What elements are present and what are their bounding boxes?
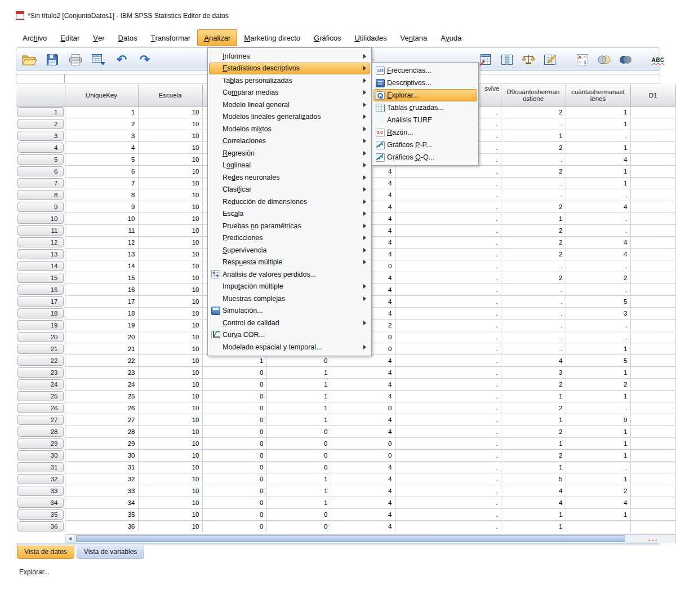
data-cell[interactable]: 16 bbox=[65, 283, 138, 295]
menu-item-imputacion-multiple[interactable]: Imputación múltiple bbox=[209, 281, 370, 293]
data-cell[interactable]: 0 bbox=[266, 354, 331, 366]
data-cell[interactable]: 5 bbox=[501, 473, 566, 485]
variables-button[interactable] bbox=[499, 51, 515, 68]
data-cell[interactable]: 4 bbox=[566, 497, 630, 508]
data-cell[interactable]: 10 bbox=[138, 283, 202, 295]
data-cell[interactable]: 10 bbox=[138, 201, 202, 212]
menu-graficos[interactable]: Gráficos bbox=[307, 29, 348, 46]
data-cell[interactable]: . bbox=[395, 201, 501, 212]
data-cell[interactable]: 0 bbox=[266, 426, 331, 437]
data-cell[interactable]: 0 bbox=[331, 437, 395, 449]
data-cell[interactable]: 31 bbox=[65, 461, 138, 473]
undo-button[interactable]: ↶ bbox=[113, 51, 130, 68]
data-cell[interactable]: 1 bbox=[501, 414, 566, 426]
data-cell[interactable]: 10 bbox=[138, 378, 202, 390]
data-cell[interactable]: 13 bbox=[65, 248, 138, 260]
data-cell[interactable]: 2 bbox=[65, 118, 138, 130]
menu-item-predicciones[interactable]: Predicciones bbox=[209, 232, 370, 245]
data-cell[interactable]: 10 bbox=[138, 426, 202, 437]
menu-editar[interactable]: Editar bbox=[54, 29, 86, 46]
data-cell[interactable]: 0 bbox=[202, 520, 266, 532]
data-cell[interactable]: 1 bbox=[266, 390, 331, 402]
menu-item-modelos-mixtos[interactable]: Modelos mixtos bbox=[209, 123, 370, 135]
data-cell[interactable]: 10 bbox=[138, 390, 202, 402]
data-cell[interactable]: 4 bbox=[331, 473, 395, 485]
submenu-item-graficos-qq[interactable]: Gráficos Q-Q... bbox=[373, 151, 477, 163]
data-cell[interactable]: 1 bbox=[266, 366, 331, 378]
data-cell[interactable]: 0 bbox=[266, 508, 331, 520]
data-cell[interactable]: . bbox=[501, 295, 566, 307]
data-cell[interactable] bbox=[630, 414, 675, 426]
data-cell[interactable]: . bbox=[395, 236, 501, 248]
data-cell[interactable]: 34 bbox=[65, 497, 138, 508]
row-number[interactable]: 30 bbox=[17, 450, 64, 460]
data-cell[interactable]: 1 bbox=[202, 354, 266, 366]
data-cell[interactable]: 1 bbox=[566, 473, 630, 485]
data-cell[interactable]: . bbox=[395, 426, 501, 437]
data-cell[interactable]: . bbox=[395, 224, 501, 236]
data-cell[interactable]: 10 bbox=[138, 189, 202, 201]
data-cell[interactable]: 0 bbox=[202, 449, 266, 461]
data-cell[interactable] bbox=[630, 331, 675, 343]
data-cell[interactable]: . bbox=[566, 212, 630, 224]
column-header[interactable]: cuántashermanast ienes bbox=[566, 85, 630, 106]
data-cell[interactable]: 2 bbox=[566, 485, 630, 497]
data-cell[interactable]: 1 bbox=[501, 508, 566, 520]
data-cell[interactable]: 4 bbox=[501, 354, 566, 366]
data-cell[interactable]: . bbox=[566, 331, 630, 343]
row-number[interactable]: 3 bbox=[17, 131, 64, 141]
data-cell[interactable] bbox=[630, 212, 675, 224]
row-number[interactable]: 29 bbox=[17, 438, 64, 449]
data-cell[interactable]: 10 bbox=[138, 485, 202, 497]
data-cell[interactable]: 2 bbox=[501, 402, 566, 414]
menu-item-regresion[interactable]: Regresión bbox=[209, 147, 370, 159]
data-cell[interactable]: 1 bbox=[566, 366, 630, 378]
menu-item-analisis-valores-perdidos[interactable]: Análisis de valores perdidos... bbox=[209, 268, 370, 281]
data-cell[interactable]: 1 bbox=[566, 426, 630, 437]
data-cell[interactable]: 0 bbox=[331, 402, 395, 414]
data-cell[interactable]: . bbox=[395, 248, 501, 260]
menu-item-redes-neuronales[interactable]: Redes neuronales bbox=[209, 171, 370, 184]
data-cell[interactable]: 10 bbox=[138, 236, 202, 248]
data-cell[interactable]: 3 bbox=[501, 366, 566, 378]
data-cell[interactable]: 10 bbox=[138, 354, 202, 366]
data-cell[interactable]: 4 bbox=[331, 414, 395, 426]
data-cell[interactable]: 4 bbox=[331, 426, 395, 437]
menu-item-informes[interactable]: Informes bbox=[209, 50, 370, 63]
row-number[interactable]: 18 bbox=[17, 308, 64, 318]
data-cell[interactable]: . bbox=[501, 331, 566, 343]
menu-item-modelado-espacial-temporal[interactable]: Modelado espacial y temporal... bbox=[209, 341, 370, 353]
menu-item-comparar-medias[interactable]: Comparar medias bbox=[209, 87, 370, 99]
data-cell[interactable]: 4 bbox=[566, 153, 630, 165]
data-cell[interactable] bbox=[630, 520, 675, 532]
column-header[interactable]: Escuela bbox=[138, 85, 202, 106]
data-cell[interactable]: . bbox=[395, 260, 501, 272]
data-cell[interactable]: 10 bbox=[138, 212, 202, 224]
row-number[interactable]: 4 bbox=[17, 143, 64, 153]
data-cell[interactable]: 1 bbox=[65, 106, 138, 118]
data-cell[interactable]: 4 bbox=[331, 508, 395, 520]
data-cell[interactable] bbox=[630, 473, 675, 485]
data-cell[interactable]: 4 bbox=[331, 390, 395, 402]
column-header[interactable]: D9cuántosherman ostiene bbox=[501, 85, 566, 106]
value-labels-button[interactable]: A 1 bbox=[574, 51, 591, 68]
data-cell[interactable]: 0 bbox=[202, 437, 266, 449]
row-number[interactable]: 6 bbox=[17, 166, 64, 176]
data-cell[interactable]: 1 bbox=[501, 461, 566, 473]
data-cell[interactable]: . bbox=[395, 331, 501, 343]
data-cell[interactable]: 0 bbox=[202, 497, 266, 508]
data-cell[interactable]: 20 bbox=[65, 331, 138, 343]
print-button[interactable] bbox=[67, 51, 84, 68]
data-cell[interactable]: 2 bbox=[501, 106, 566, 118]
data-cell[interactable]: 12 bbox=[65, 236, 138, 248]
row-number[interactable]: 8 bbox=[17, 190, 64, 200]
data-cell[interactable] bbox=[630, 153, 675, 165]
menu-item-estadisticos-descriptivos[interactable]: Estadísticos descriptivos bbox=[209, 63, 370, 75]
row-number[interactable]: 9 bbox=[17, 202, 64, 212]
data-cell[interactable]: 1 bbox=[566, 141, 630, 153]
row-number[interactable]: 26 bbox=[17, 403, 64, 413]
select-cases-button[interactable] bbox=[541, 51, 558, 68]
data-cell[interactable]: 10 bbox=[138, 260, 202, 272]
data-cell[interactable]: 0 bbox=[202, 378, 266, 390]
data-cell[interactable]: 4 bbox=[331, 378, 395, 390]
